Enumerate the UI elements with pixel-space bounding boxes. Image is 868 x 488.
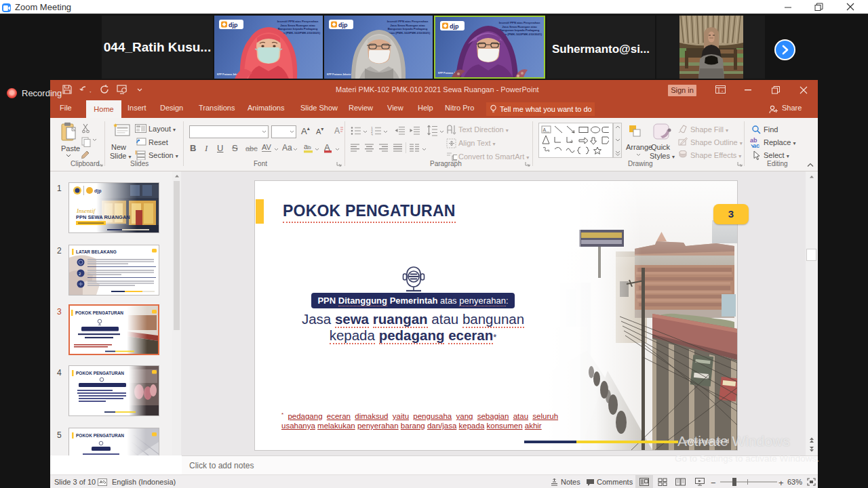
svg-text:3: 3 bbox=[371, 133, 373, 136]
svg-text:ac: ac bbox=[753, 142, 760, 148]
svg-text:POKOK PENGATURAN: POKOK PENGATURAN bbox=[75, 310, 123, 315]
svg-text:A: A bbox=[334, 126, 340, 136]
svg-text:POKOK PENGATURAN: POKOK PENGATURAN bbox=[76, 371, 124, 375]
svg-text:Insentif: Insentif bbox=[76, 207, 96, 214]
svg-text:LATAR BELAKANG: LATAR BELAKANG bbox=[76, 249, 117, 254]
svg-text:djp: djp bbox=[94, 188, 102, 194]
svg-text:A: A bbox=[543, 127, 547, 132]
svg-text:POKOK PENGATURAN: POKOK PENGATURAN bbox=[76, 433, 124, 438]
svg-text:PPN SEWA RUANGAN: PPN SEWA RUANGAN bbox=[76, 214, 130, 220]
